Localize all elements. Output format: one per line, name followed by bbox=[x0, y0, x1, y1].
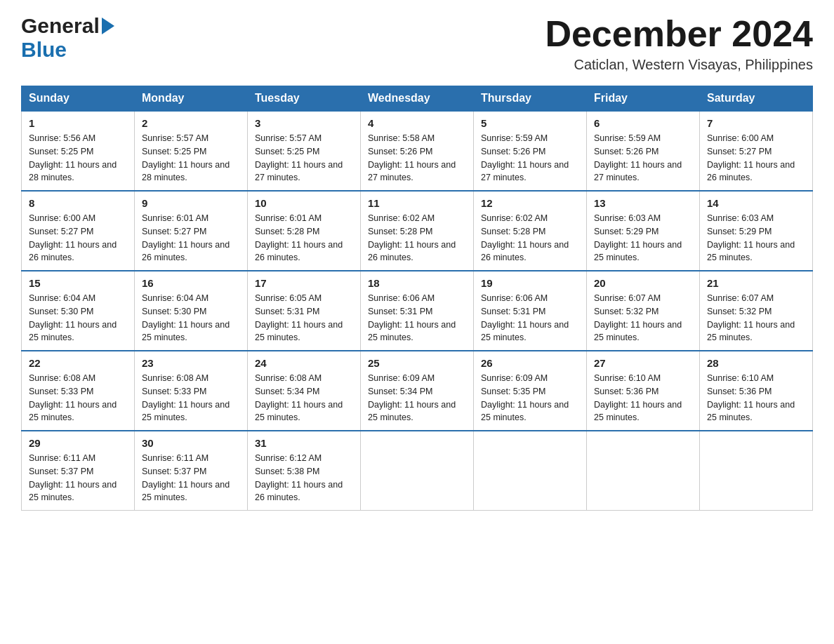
daylight-label: Daylight: 11 hours and 25 minutes. bbox=[255, 400, 343, 423]
logo: General Blue bbox=[21, 14, 114, 62]
day-info: Sunrise: 6:03 AM Sunset: 5:29 PM Dayligh… bbox=[594, 212, 692, 264]
day-info: Sunrise: 6:10 AM Sunset: 5:36 PM Dayligh… bbox=[594, 372, 692, 424]
sunrise-label: Sunrise: 6:03 AM bbox=[707, 213, 774, 223]
daylight-label: Daylight: 11 hours and 26 minutes. bbox=[255, 480, 343, 503]
daylight-label: Daylight: 11 hours and 25 minutes. bbox=[594, 400, 682, 423]
sunset-label: Sunset: 5:33 PM bbox=[142, 387, 206, 396]
day-number: 26 bbox=[481, 357, 579, 369]
day-number: 13 bbox=[594, 197, 692, 209]
sunrise-label: Sunrise: 6:00 AM bbox=[707, 133, 774, 143]
sunset-label: Sunset: 5:36 PM bbox=[594, 387, 658, 396]
table-row: 4 Sunrise: 5:58 AM Sunset: 5:26 PM Dayli… bbox=[361, 111, 474, 191]
day-info: Sunrise: 5:56 AM Sunset: 5:25 PM Dayligh… bbox=[29, 132, 127, 185]
table-row: 6 Sunrise: 5:59 AM Sunset: 5:26 PM Dayli… bbox=[587, 111, 700, 191]
daylight-label: Daylight: 11 hours and 26 minutes. bbox=[707, 160, 795, 183]
daylight-label: Daylight: 11 hours and 27 minutes. bbox=[368, 160, 456, 183]
day-info: Sunrise: 6:12 AM Sunset: 5:38 PM Dayligh… bbox=[255, 452, 353, 504]
day-number: 22 bbox=[29, 357, 127, 369]
day-number: 2 bbox=[142, 117, 240, 129]
calendar-week-row: 15 Sunrise: 6:04 AM Sunset: 5:30 PM Dayl… bbox=[22, 271, 813, 351]
table-row bbox=[700, 431, 813, 511]
table-row: 5 Sunrise: 5:59 AM Sunset: 5:26 PM Dayli… bbox=[474, 111, 587, 191]
logo-general-text: General bbox=[21, 14, 100, 38]
day-number: 31 bbox=[255, 437, 353, 449]
sunrise-label: Sunrise: 6:08 AM bbox=[29, 373, 95, 383]
day-number: 5 bbox=[481, 117, 579, 129]
day-number: 24 bbox=[255, 357, 353, 369]
day-info: Sunrise: 6:00 AM Sunset: 5:27 PM Dayligh… bbox=[29, 212, 127, 264]
daylight-label: Daylight: 11 hours and 26 minutes. bbox=[481, 240, 569, 263]
day-info: Sunrise: 6:07 AM Sunset: 5:32 PM Dayligh… bbox=[707, 292, 805, 344]
day-info: Sunrise: 6:05 AM Sunset: 5:31 PM Dayligh… bbox=[255, 292, 353, 344]
sunrise-label: Sunrise: 6:09 AM bbox=[368, 373, 435, 383]
daylight-label: Daylight: 11 hours and 28 minutes. bbox=[142, 160, 230, 183]
sunset-label: Sunset: 5:32 PM bbox=[707, 307, 772, 316]
day-info: Sunrise: 6:08 AM Sunset: 5:33 PM Dayligh… bbox=[142, 372, 240, 424]
daylight-label: Daylight: 11 hours and 25 minutes. bbox=[29, 480, 117, 503]
sunset-label: Sunset: 5:27 PM bbox=[142, 227, 206, 236]
table-row: 18 Sunrise: 6:06 AM Sunset: 5:31 PM Dayl… bbox=[361, 271, 474, 351]
table-row: 30 Sunrise: 6:11 AM Sunset: 5:37 PM Dayl… bbox=[135, 431, 248, 511]
sunset-label: Sunset: 5:25 PM bbox=[255, 147, 319, 156]
day-number: 18 bbox=[368, 277, 466, 289]
sunrise-label: Sunrise: 6:12 AM bbox=[255, 453, 322, 463]
table-row: 26 Sunrise: 6:09 AM Sunset: 5:35 PM Dayl… bbox=[474, 351, 587, 431]
sunset-label: Sunset: 5:34 PM bbox=[368, 387, 432, 396]
sunset-label: Sunset: 5:31 PM bbox=[255, 307, 319, 316]
sunrise-label: Sunrise: 6:05 AM bbox=[255, 293, 322, 303]
sunrise-label: Sunrise: 6:07 AM bbox=[707, 293, 774, 303]
sunrise-label: Sunrise: 6:10 AM bbox=[707, 373, 774, 383]
day-number: 12 bbox=[481, 197, 579, 209]
sunrise-label: Sunrise: 6:11 AM bbox=[29, 453, 95, 463]
table-row: 9 Sunrise: 6:01 AM Sunset: 5:27 PM Dayli… bbox=[135, 191, 248, 271]
day-number: 20 bbox=[594, 277, 692, 289]
sunset-label: Sunset: 5:33 PM bbox=[29, 387, 93, 396]
sunrise-label: Sunrise: 6:06 AM bbox=[368, 293, 435, 303]
page-header: General Blue December 2024 Caticlan, Wes… bbox=[21, 14, 813, 73]
daylight-label: Daylight: 11 hours and 25 minutes. bbox=[707, 320, 795, 343]
day-info: Sunrise: 6:06 AM Sunset: 5:31 PM Dayligh… bbox=[481, 292, 579, 344]
day-info: Sunrise: 6:11 AM Sunset: 5:37 PM Dayligh… bbox=[142, 452, 240, 504]
daylight-label: Daylight: 11 hours and 25 minutes. bbox=[594, 320, 682, 343]
sunset-label: Sunset: 5:30 PM bbox=[29, 307, 93, 316]
sunrise-label: Sunrise: 6:10 AM bbox=[594, 373, 661, 383]
calendar-week-row: 8 Sunrise: 6:00 AM Sunset: 5:27 PM Dayli… bbox=[22, 191, 813, 271]
sunset-label: Sunset: 5:32 PM bbox=[594, 307, 658, 316]
sunset-label: Sunset: 5:29 PM bbox=[594, 227, 658, 236]
table-row: 19 Sunrise: 6:06 AM Sunset: 5:31 PM Dayl… bbox=[474, 271, 587, 351]
daylight-label: Daylight: 11 hours and 26 minutes. bbox=[29, 240, 117, 263]
sunset-label: Sunset: 5:29 PM bbox=[707, 227, 772, 236]
table-row: 28 Sunrise: 6:10 AM Sunset: 5:36 PM Dayl… bbox=[700, 351, 813, 431]
day-number: 21 bbox=[707, 277, 805, 289]
day-info: Sunrise: 6:04 AM Sunset: 5:30 PM Dayligh… bbox=[29, 292, 127, 344]
sunset-label: Sunset: 5:25 PM bbox=[142, 147, 206, 156]
sunrise-label: Sunrise: 6:07 AM bbox=[594, 293, 661, 303]
table-row: 13 Sunrise: 6:03 AM Sunset: 5:29 PM Dayl… bbox=[587, 191, 700, 271]
day-number: 14 bbox=[707, 197, 805, 209]
day-info: Sunrise: 5:57 AM Sunset: 5:25 PM Dayligh… bbox=[255, 132, 353, 185]
location: Caticlan, Western Visayas, Philippines bbox=[545, 57, 813, 73]
sunset-label: Sunset: 5:26 PM bbox=[368, 147, 432, 156]
sunrise-label: Sunrise: 6:11 AM bbox=[142, 453, 208, 463]
sunset-label: Sunset: 5:28 PM bbox=[255, 227, 319, 236]
daylight-label: Daylight: 11 hours and 26 minutes. bbox=[142, 240, 230, 263]
day-info: Sunrise: 6:02 AM Sunset: 5:28 PM Dayligh… bbox=[481, 212, 579, 264]
daylight-label: Daylight: 11 hours and 25 minutes. bbox=[142, 480, 230, 503]
calendar-table: Sunday Monday Tuesday Wednesday Thursday… bbox=[21, 86, 813, 511]
day-number: 16 bbox=[142, 277, 240, 289]
sunrise-label: Sunrise: 6:03 AM bbox=[594, 213, 661, 223]
table-row: 17 Sunrise: 6:05 AM Sunset: 5:31 PM Dayl… bbox=[248, 271, 361, 351]
daylight-label: Daylight: 11 hours and 28 minutes. bbox=[29, 160, 117, 183]
day-info: Sunrise: 5:59 AM Sunset: 5:26 PM Dayligh… bbox=[594, 132, 692, 185]
daylight-label: Daylight: 11 hours and 25 minutes. bbox=[481, 400, 569, 423]
weekday-header-row: Sunday Monday Tuesday Wednesday Thursday… bbox=[22, 86, 813, 112]
sunrise-label: Sunrise: 6:01 AM bbox=[255, 213, 322, 223]
sunset-label: Sunset: 5:30 PM bbox=[142, 307, 206, 316]
day-number: 17 bbox=[255, 277, 353, 289]
day-number: 15 bbox=[29, 277, 127, 289]
table-row: 22 Sunrise: 6:08 AM Sunset: 5:33 PM Dayl… bbox=[22, 351, 135, 431]
sunset-label: Sunset: 5:37 PM bbox=[29, 467, 93, 476]
table-row: 8 Sunrise: 6:00 AM Sunset: 5:27 PM Dayli… bbox=[22, 191, 135, 271]
daylight-label: Daylight: 11 hours and 25 minutes. bbox=[481, 320, 569, 343]
table-row: 25 Sunrise: 6:09 AM Sunset: 5:34 PM Dayl… bbox=[361, 351, 474, 431]
